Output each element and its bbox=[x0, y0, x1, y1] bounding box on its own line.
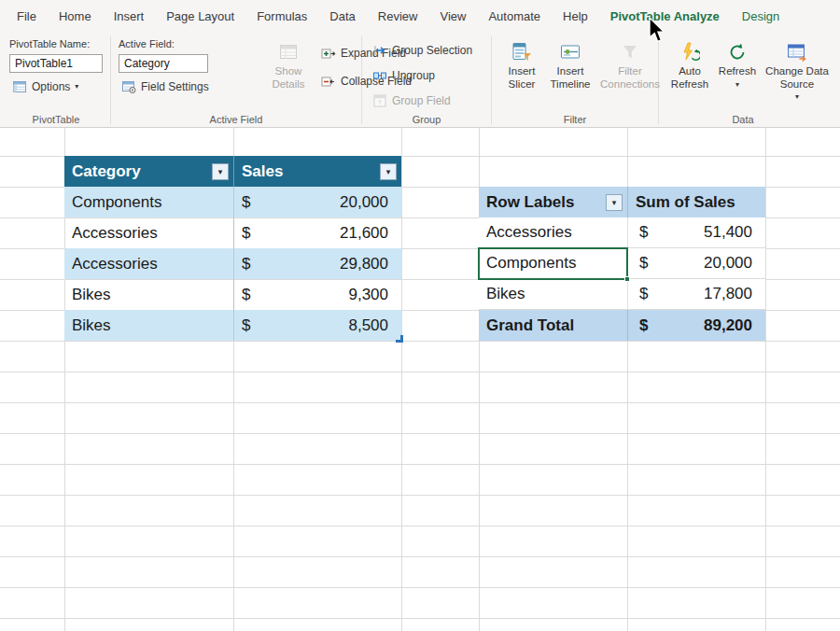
chevron-down-icon: ▾ bbox=[735, 81, 739, 89]
ribbon-group-group: Group Selection Ungroup Group Field Grou… bbox=[362, 34, 491, 127]
cell-category[interactable]: Bikes bbox=[64, 310, 233, 341]
expand-field-icon bbox=[321, 46, 336, 61]
cell-category[interactable]: Accessories bbox=[64, 217, 233, 248]
tab-review[interactable]: Review bbox=[367, 0, 429, 34]
table-resize-handle[interactable] bbox=[396, 335, 403, 343]
pivottable-options-icon bbox=[12, 79, 27, 94]
cell-category[interactable]: Components bbox=[64, 187, 233, 217]
collapse-field-icon bbox=[321, 74, 336, 89]
sales-filter-dropdown-icon[interactable]: ▾ bbox=[380, 163, 397, 180]
tab-data[interactable]: Data bbox=[318, 0, 366, 34]
tab-automate[interactable]: Automate bbox=[477, 0, 552, 34]
menu-bar: File Home Insert Page Layout Formulas Da… bbox=[0, 0, 840, 34]
insert-timeline-icon bbox=[560, 42, 581, 63]
show-details-icon bbox=[278, 42, 299, 63]
tab-home[interactable]: Home bbox=[48, 0, 103, 34]
refresh-icon bbox=[727, 42, 748, 63]
spreadsheet[interactable]: Category ▾ Sales ▾ Components $20,000 Ac… bbox=[0, 128, 840, 631]
tab-help[interactable]: Help bbox=[552, 0, 599, 34]
cell-value[interactable]: $51,400 bbox=[627, 217, 765, 247]
pivot-header-row-labels[interactable]: Row Labels ▾ bbox=[479, 187, 627, 217]
source-table-row[interactable]: Accessories $29,800 bbox=[64, 248, 401, 279]
auto-refresh-icon bbox=[679, 42, 700, 63]
tab-formulas[interactable]: Formulas bbox=[245, 0, 318, 34]
mouse-cursor bbox=[648, 17, 668, 45]
auto-refresh-button[interactable]: Auto Refresh bbox=[666, 38, 713, 91]
options-button[interactable]: Options ▾ bbox=[9, 77, 81, 96]
pivot-table-header: Row Labels ▾ Sum of Sales bbox=[479, 187, 765, 217]
cell-sales[interactable]: $29,800 bbox=[233, 248, 401, 279]
source-table-row[interactable]: Bikes $8,500 bbox=[64, 310, 401, 341]
active-field-label: Active Field: bbox=[119, 38, 175, 49]
insert-timeline-button[interactable]: Insert Timeline bbox=[546, 38, 595, 91]
filter-connections-button[interactable]: Filter Connections bbox=[596, 38, 664, 91]
insert-slicer-icon bbox=[511, 42, 532, 63]
source-table-row[interactable]: Accessories $21,600 bbox=[64, 217, 401, 248]
tab-design[interactable]: Design bbox=[731, 0, 791, 34]
cell-sales[interactable]: $20,000 bbox=[233, 187, 401, 217]
cell-sales[interactable]: $9,300 bbox=[233, 279, 401, 310]
pivot-table-row[interactable]: Bikes $17,800 bbox=[479, 279, 765, 310]
tab-view[interactable]: View bbox=[428, 0, 477, 34]
tab-file[interactable]: File bbox=[6, 0, 48, 34]
ungroup-button[interactable]: Ungroup bbox=[370, 66, 438, 85]
source-header-category[interactable]: Category ▾ bbox=[64, 156, 233, 187]
insert-slicer-button[interactable]: Insert Slicer bbox=[499, 38, 544, 91]
ribbon-group-data: Auto Refresh Refresh ▾ Change Data Sourc… bbox=[659, 34, 827, 127]
row-labels-dropdown-icon[interactable]: ▾ bbox=[606, 194, 623, 211]
group-label-active-field: Active Field bbox=[111, 114, 361, 125]
category-filter-dropdown-icon[interactable]: ▾ bbox=[212, 163, 229, 180]
change-data-source-button[interactable]: Change Data Source ▾ bbox=[762, 38, 833, 101]
group-selection-button[interactable]: Group Selection bbox=[370, 41, 475, 60]
active-field-input[interactable] bbox=[119, 54, 208, 73]
cell-row-label[interactable]: Bikes bbox=[479, 279, 627, 309]
show-details-button[interactable]: Show Details bbox=[266, 38, 311, 91]
ribbon: PivotTable Name: Options ▾ PivotTable Ac… bbox=[0, 34, 840, 128]
source-table-header: Category ▾ Sales ▾ bbox=[64, 156, 401, 187]
pivot-table-row[interactable]: Components $20,000 bbox=[479, 248, 765, 279]
pivot-table: Row Labels ▾ Sum of Sales Accessories $5… bbox=[479, 187, 765, 341]
cell-grand-total-label[interactable]: Grand Total bbox=[479, 310, 627, 341]
tab-insert[interactable]: Insert bbox=[103, 0, 156, 34]
cell-category[interactable]: Accessories bbox=[64, 248, 233, 279]
field-settings-button[interactable]: Field Settings bbox=[119, 77, 212, 96]
cell-sales[interactable]: $21,600 bbox=[233, 217, 401, 248]
pivottable-name-label: PivotTable Name: bbox=[9, 38, 90, 49]
group-field-button[interactable]: Group Field bbox=[370, 91, 454, 110]
field-settings-icon bbox=[121, 79, 136, 94]
chevron-down-icon: ▾ bbox=[795, 93, 799, 101]
group-field-icon bbox=[372, 93, 387, 108]
cell-row-label[interactable]: Accessories bbox=[479, 217, 627, 247]
cell-row-label-active[interactable]: Components bbox=[479, 248, 627, 278]
source-table: Category ▾ Sales ▾ Components $20,000 Ac… bbox=[64, 156, 401, 341]
pivot-header-sum-of-sales[interactable]: Sum of Sales bbox=[627, 187, 765, 217]
pivot-table-grand-total-row[interactable]: Grand Total $89,200 bbox=[479, 310, 765, 341]
source-table-row[interactable]: Components $20,000 bbox=[64, 187, 401, 217]
group-label-data: Data bbox=[659, 114, 827, 125]
tab-page-layout[interactable]: Page Layout bbox=[155, 0, 245, 34]
group-label-filter: Filter bbox=[492, 114, 658, 125]
group-selection-icon bbox=[372, 43, 387, 58]
filter-connections-icon bbox=[620, 42, 640, 63]
cell-grand-total-value[interactable]: $89,200 bbox=[627, 310, 765, 341]
group-label-group: Group bbox=[362, 114, 491, 125]
ribbon-group-pivottable: PivotTable Name: Options ▾ PivotTable bbox=[2, 34, 110, 127]
gridline-vertical bbox=[765, 128, 766, 631]
ungroup-icon bbox=[372, 68, 387, 83]
pivottable-name-input[interactable] bbox=[9, 54, 103, 73]
source-header-sales[interactable]: Sales ▾ bbox=[233, 156, 401, 187]
gridline-vertical bbox=[401, 128, 402, 631]
cell-category[interactable]: Bikes bbox=[64, 279, 233, 310]
pivot-table-row[interactable]: Accessories $51,400 bbox=[479, 217, 765, 248]
cell-sales[interactable]: $8,500 bbox=[233, 310, 401, 341]
refresh-button[interactable]: Refresh ▾ bbox=[715, 38, 760, 89]
change-data-source-icon bbox=[787, 42, 807, 63]
source-table-row[interactable]: Bikes $9,300 bbox=[64, 279, 401, 310]
ribbon-group-active-field: Active Field: Field Settings Show Detail… bbox=[111, 34, 361, 127]
chevron-down-icon: ▾ bbox=[75, 83, 78, 91]
ribbon-group-filter: Insert Slicer Insert Timeline Filter Con… bbox=[492, 34, 658, 127]
cell-value[interactable]: $20,000 bbox=[627, 248, 765, 278]
group-label-pivottable: PivotTable bbox=[2, 114, 110, 125]
cell-value[interactable]: $17,800 bbox=[627, 279, 765, 309]
